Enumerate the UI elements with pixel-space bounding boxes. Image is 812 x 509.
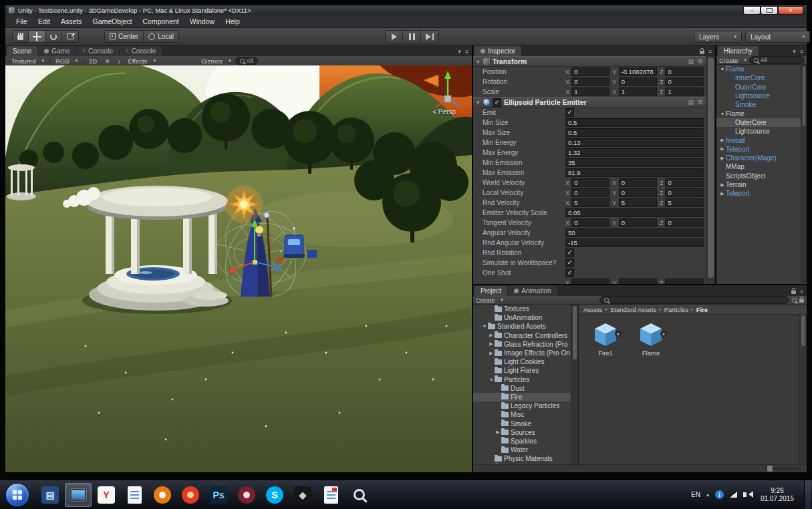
axis-field[interactable]: -0.1082878 [619,67,657,76]
axis-field[interactable]: 0 [619,178,657,187]
photoshop-icon[interactable]: Ps [205,483,232,507]
menu-assets[interactable]: Assets [55,17,88,25]
axis-field[interactable]: 1 [619,88,657,96]
unity-editor-icon[interactable]: ◆ [289,483,316,507]
foldout-arrow[interactable]: ▶ [488,341,495,347]
menu-file[interactable]: File [11,17,33,25]
tab-console-3[interactable]: ≡Console [120,46,162,56]
create-button[interactable]: Create▾ [476,297,503,304]
tab-scene[interactable]: Scene [7,46,37,56]
scrollbar-thumb[interactable] [803,66,805,126]
axis-field[interactable]: 0 [571,218,610,227]
perspective-label[interactable]: < Persp [432,108,456,116]
chevron-down-icon[interactable]: ▾ [458,48,461,55]
hierarchy-item[interactable]: OuterCore [716,83,807,92]
project-folder-item[interactable]: Misc [473,410,571,419]
project-folder-item[interactable]: Light Cookies [473,357,571,366]
project-folder-item[interactable]: Dust [473,384,571,393]
asset-item[interactable]: ▸Fire1 [588,321,623,357]
axis-field[interactable]: 0 [619,188,657,197]
network-icon[interactable] [730,492,737,498]
value-field[interactable]: 0.5 [565,128,704,137]
clock[interactable]: 9:26 01.07.2015 [757,487,798,502]
close-button[interactable]: × [778,6,803,15]
lock-icon[interactable] [799,299,804,303]
transform-component-header[interactable]: ▼ Transform ▤⚙ [473,56,715,67]
foldout-arrow[interactable]: ▼ [481,324,488,329]
move-tool-button[interactable] [29,30,45,43]
axis-field[interactable]: 0 [571,67,610,76]
axis-field[interactable]: 0 [665,188,704,197]
panel-menu-icon[interactable]: ≡ [708,48,712,55]
step-button[interactable] [421,30,439,43]
project-folder-item[interactable]: ▼Particles [473,375,571,384]
gear-icon[interactable]: ⚙ [698,99,703,106]
axis-field[interactable]: 0 [571,178,610,187]
value-field[interactable]: 1.32 [565,148,704,157]
hierarchy-item[interactable]: ▶fireball [716,136,807,144]
axis-field[interactable]: 1 [665,88,704,96]
property-checkbox[interactable]: ✓ [565,248,574,257]
menu-edit[interactable]: Edit [33,17,55,25]
hierarchy-item[interactable]: InnerCore [716,73,807,82]
show-desktop-button[interactable] [804,480,811,509]
scrollbar-thumb[interactable] [708,57,714,278]
panel-menu-icon[interactable]: ≡ [465,48,468,55]
slider-thumb[interactable] [767,466,773,472]
project-folder-item[interactable]: ▶Image Effects (Pro On [473,349,571,357]
menu-help[interactable]: Help [220,17,245,25]
project-folder-item[interactable]: Water [473,446,571,454]
hierarchy-item[interactable]: ▼Flame [716,65,807,73]
value-field[interactable]: 50 [565,228,704,237]
foldout-arrow[interactable]: ▶ [488,351,495,356]
asset-scrollbar[interactable] [799,314,807,464]
hierarchy-item[interactable]: ▶Character(Mage) [716,154,807,162]
library-icon[interactable]: ▤ [37,483,63,507]
yandex-browser-icon[interactable]: Y [93,483,120,507]
active-window-monitor-icon[interactable] [65,483,92,507]
help-book-icon[interactable]: ▤ [688,99,694,106]
prefab-expand-arrow[interactable]: ▸ [615,330,622,337]
project-folder-item[interactable]: Legacy Particles [473,401,571,410]
scene-search-input[interactable]: All [235,57,258,65]
hierarchy-item[interactable]: ▶Teleport [716,189,807,198]
pivot-mode-button[interactable]: Center [104,30,144,43]
play-button[interactable] [385,30,403,43]
language-indicator[interactable]: EN [691,491,700,498]
help-book-icon[interactable]: ▤ [688,58,694,65]
thumbnail-zoom-slider[interactable] [764,468,800,470]
tab-animation[interactable]: Animation [508,286,557,296]
breadcrumb-item[interactable]: Fire [696,306,708,313]
tab-project[interactable]: Project [475,286,507,296]
project-folder-item[interactable]: ▶Glass Refraction (Pro [473,340,571,349]
menu-component[interactable]: Component [137,17,184,25]
foldout-arrow[interactable]: ▼ [719,112,726,116]
hierarchy-item[interactable]: ScriptsObject [716,172,807,180]
scene-viewport-3d[interactable]: < Persp [5,65,472,472]
tab-console-2[interactable]: ≡Console [77,46,119,56]
red-browser-icon[interactable] [177,483,204,507]
project-folder-item[interactable]: ▶Sources [473,428,571,437]
value-field[interactable]: 0.5 [565,118,704,127]
document-editor-icon[interactable] [121,483,148,507]
asset-item[interactable]: ▸Flame [634,321,668,357]
render-mode-dropdown[interactable]: RGB▾ [52,57,81,65]
project-folder-item[interactable]: Fire [473,393,571,401]
menu-window[interactable]: Window [184,17,220,25]
breadcrumb-item[interactable]: Standard Assets [610,306,656,313]
red-accent-app-icon[interactable] [317,483,344,507]
info-tray-icon[interactable]: i [715,490,724,499]
hierarchy-search-input[interactable]: All [749,56,804,64]
inspector-scrollbar[interactable] [706,56,715,284]
project-folder-item[interactable]: Smoke [473,419,571,428]
shading-mode-dropdown[interactable]: Textured▾ [8,57,47,65]
scrollbar-thumb[interactable] [573,306,577,359]
project-tree-scrollbar[interactable] [571,305,578,464]
rotate-tool-button[interactable] [45,30,62,43]
project-folder-item[interactable]: Light Flares [473,366,571,375]
axis-field[interactable] [571,279,610,284]
scrollbar-thumb[interactable] [801,315,805,346]
axis-field[interactable]: 0 [665,178,704,187]
foldout-arrow[interactable]: ▶ [719,182,726,188]
search-magnifier-icon[interactable] [346,483,372,507]
